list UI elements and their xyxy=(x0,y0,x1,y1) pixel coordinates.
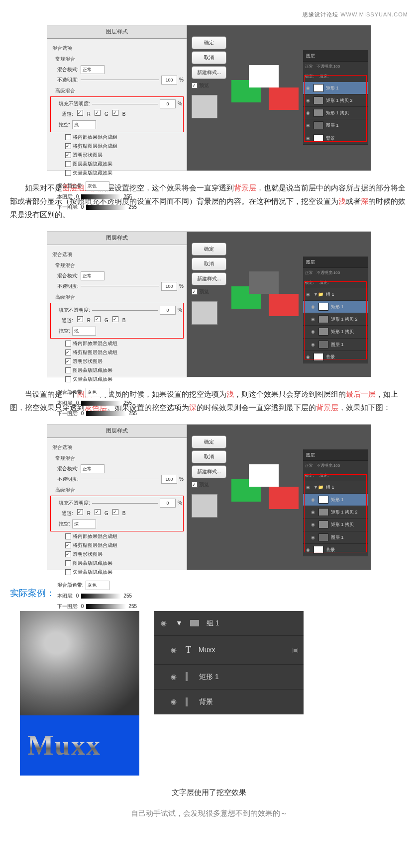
layer-row[interactable]: ◉矩形 1 拷贝 2 xyxy=(303,94,368,107)
example-photo xyxy=(20,611,139,715)
newstyle-button[interactable]: 新建样式... xyxy=(192,66,226,79)
caption-2: 自己动手试试，会发现很多意想不到的效果的～ xyxy=(10,806,408,820)
screenshot-2: 图层样式 混合选项 常规混合 混合模式:正常 不透明度:100% 高级混合 填充… xyxy=(47,231,371,377)
layer-options-icon: ▣ xyxy=(292,644,299,656)
caption-1: 文字层使用了挖空效果 xyxy=(10,785,408,799)
blend-mode-select[interactable]: 正常 xyxy=(81,65,104,74)
screenshot-1: 图层样式 混合选项 常规混合 混合模式:正常 不透明度:100% 高级混合 填充… xyxy=(47,25,371,171)
screenshot-3: 图层样式 混合选项 常规混合 混合模式:正常 不透明度:100% 高级混合 填充… xyxy=(47,424,371,570)
watermark: 思缘设计论坛 WWW.MISSYUAN.COM xyxy=(10,10,408,20)
text-icon: T xyxy=(186,642,191,658)
preview-swatch xyxy=(192,95,217,118)
folder-icon xyxy=(190,620,199,626)
knockout-select[interactable]: 浅 xyxy=(72,120,96,129)
layer-row[interactable]: ◉图层 1 xyxy=(303,119,368,132)
layer-row[interactable]: ◉背景 xyxy=(303,132,368,145)
example-banner: Muxx xyxy=(20,715,139,776)
ok-button[interactable]: 确定 xyxy=(192,36,226,49)
example-layers-panel: ◉▼组 1 ◉TMuxx▣ ◉矩形 1 ◉背景 xyxy=(154,611,304,714)
dialog-title: 图层样式 xyxy=(47,25,187,39)
opacity-input[interactable]: 100 xyxy=(161,76,177,85)
layers-panel: 图层 正常 不透明度:100 锁定: 填充: ◉矩形 1 ◉矩形 1 拷贝 2 … xyxy=(303,50,368,145)
layer-row[interactable]: ◉矩形 1 拷贝 xyxy=(303,107,368,119)
fill-opacity-input[interactable]: 0 xyxy=(160,99,176,108)
layer-row[interactable]: ◉矩形 1 xyxy=(303,82,368,94)
example-row: Muxx ◉▼组 1 ◉TMuxx▣ ◉矩形 1 ◉背景 xyxy=(10,611,408,776)
cancel-button[interactable]: 取消 xyxy=(192,51,226,64)
